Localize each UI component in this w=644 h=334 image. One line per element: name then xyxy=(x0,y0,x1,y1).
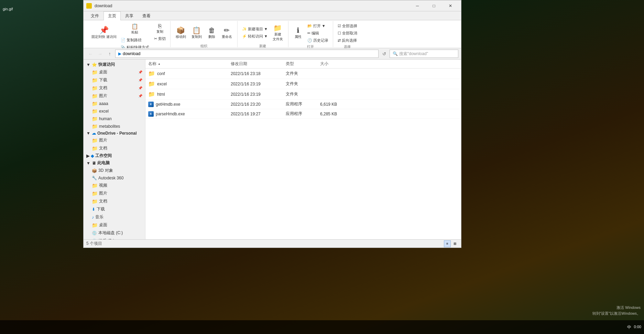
pin-quick-access-button[interactable]: 📌 固定到快 速访问 xyxy=(89,22,119,43)
sidebar-item-3d[interactable]: 📦 3D 对象 xyxy=(84,167,145,175)
tab-view[interactable]: 查看 xyxy=(138,11,155,20)
forward-button[interactable]: → xyxy=(96,50,104,58)
up-button[interactable]: ↑ xyxy=(106,50,114,58)
workspace-header[interactable]: ▶ ◆ 工作空间 xyxy=(84,152,145,159)
search-box[interactable]: 🔍 搜索"download" xyxy=(390,50,458,58)
file-row-excel[interactable]: 📁 excel 2022/1/16 23:19 文件夹 xyxy=(145,79,461,89)
sidebar-item-pc-desktop[interactable]: 📁 桌面 xyxy=(84,221,145,229)
copy-to-button[interactable]: 📋 复制到 xyxy=(189,22,204,43)
delete-button[interactable]: 🗑 删除 xyxy=(205,22,219,43)
file-row-html[interactable]: 📁 html 2022/1/16 23:19 文件夹 xyxy=(145,89,461,100)
sidebar-item-pc-downloads[interactable]: ⬇ 下载 xyxy=(84,205,145,213)
quick-access-header[interactable]: ▼ ⭐ 快速访问 xyxy=(84,61,145,68)
edit-icon: ✏ xyxy=(307,31,310,35)
select-all-button[interactable]: ☑ 全部选择 xyxy=(336,22,359,29)
sidebar-item-music[interactable]: ♪ 音乐 xyxy=(84,213,145,221)
pictures-folder-icon: 📁 xyxy=(92,93,98,99)
back-button[interactable]: ← xyxy=(86,50,95,58)
sidebar: ▼ ⭐ 快速访问 📁 桌面 📌 📁 下载 📌 📁 文档 📌 📁 图 xyxy=(84,60,145,239)
paste-button[interactable]: 📋 粘贴 xyxy=(119,22,151,36)
gif-label: gin.gif xyxy=(3,7,13,11)
invert-icon: ⇄ xyxy=(338,38,341,43)
history-button[interactable]: 🕐 历史记录 xyxy=(306,37,330,44)
main-area: ▼ ⭐ 快速访问 📁 桌面 📌 📁 下载 📌 📁 文档 📌 📁 图 xyxy=(84,60,461,239)
select-none-icon: ☐ xyxy=(338,31,341,35)
drive-d-icon: 💿 xyxy=(92,239,97,240)
sidebar-item-od-pictures[interactable]: 📁 图片 xyxy=(84,136,145,144)
file-row-conf[interactable]: 📁 conf 2022/1/16 23:18 文件夹 xyxy=(145,69,461,79)
open-buttons: ℹ 属性 📂 打开 ▼ ✏ 编辑 🕐 xyxy=(291,22,330,44)
rename-icon: ✏ xyxy=(224,26,230,34)
copy-path-button[interactable]: 📄 复制路径 xyxy=(119,36,151,43)
edit-button[interactable]: ✏ 编辑 xyxy=(306,30,330,36)
downloads-folder-icon: 📁 xyxy=(92,77,98,83)
ribbon-group-new: ✨ 新建项目 ▼ ⚡ 轻松访问 ▼ 📁 新建文件夹 新建 xyxy=(238,21,288,47)
open-button[interactable]: 📂 打开 ▼ xyxy=(306,22,330,29)
properties-button[interactable]: ℹ 属性 xyxy=(291,22,305,43)
paste-icon: 📋 xyxy=(131,24,138,29)
new-item-icon: ✨ xyxy=(242,27,247,31)
new-folder-button[interactable]: 📁 新建文件夹 xyxy=(270,22,285,43)
copy-to-icon: 📋 xyxy=(192,26,201,34)
thispc-icon: 🖥 xyxy=(92,161,96,166)
close-button[interactable]: ✕ xyxy=(443,1,458,11)
rename-button[interactable]: ✏ 重命名 xyxy=(219,22,234,43)
invert-select-button[interactable]: ⇄ 反向选择 xyxy=(336,37,359,44)
pin-icon-pictures: 📌 xyxy=(138,94,142,98)
col-header-date[interactable]: 修改日期 xyxy=(228,60,283,68)
onedrive-expand-icon: ▼ xyxy=(86,131,90,136)
sidebar-item-videos[interactable]: 📁 视频 xyxy=(84,181,145,189)
tab-home[interactable]: 主页 xyxy=(103,11,121,20)
file-date-conf: 2022/1/16 23:18 xyxy=(228,71,283,77)
sidebar-item-excel[interactable]: 📁 excel xyxy=(84,107,145,115)
tab-share[interactable]: 共享 xyxy=(121,11,138,20)
sidebar-item-desktop[interactable]: 📁 桌面 📌 xyxy=(84,68,145,76)
sidebar-item-docs[interactable]: 📁 文档 📌 xyxy=(84,84,145,92)
tab-file[interactable]: 文件 xyxy=(86,11,103,20)
copy-button[interactable]: ⎘ 复制 xyxy=(152,22,167,35)
sidebar-item-aaaa[interactable]: 📁 aaaa xyxy=(84,100,145,107)
taskbar: 中 0:00 xyxy=(0,320,644,334)
sidebar-item-drive-d[interactable]: 💿 娱乐 (D:) xyxy=(84,237,145,239)
minimize-button[interactable]: ─ xyxy=(410,1,425,11)
tile-view-button[interactable]: ⊞ xyxy=(451,240,458,247)
thispc-header[interactable]: ▼ 🖥 此电脑 xyxy=(84,159,145,167)
file-row-gethmdb[interactable]: E getHmdb.exe 2022/1/16 23:20 应用程序 6,619… xyxy=(145,100,461,109)
sidebar-item-autodesk[interactable]: 🔧 Autodesk 360 xyxy=(84,175,145,181)
address-input[interactable]: ▶ download xyxy=(115,50,379,58)
new-folder-icon: 📁 xyxy=(273,24,282,32)
move-to-button[interactable]: 📦 移动到 xyxy=(173,22,188,43)
maximize-button[interactable]: □ xyxy=(426,1,442,11)
sidebar-item-metabolites[interactable]: 📁 metabolites xyxy=(84,123,145,130)
human-folder-icon: 📁 xyxy=(92,116,98,122)
detail-view-button[interactable]: ≡ xyxy=(444,240,451,247)
sidebar-item-downloads[interactable]: 📁 下载 📌 xyxy=(84,76,145,84)
sidebar-item-pc-pictures[interactable]: 📁 图片 xyxy=(84,189,145,197)
easy-access-button[interactable]: ⚡ 轻松访问 ▼ xyxy=(240,33,270,40)
search-icon: 🔍 xyxy=(393,51,398,56)
select-none-button[interactable]: ☐ 全部取消 xyxy=(336,30,359,36)
col-header-name[interactable]: 名称 ▲ xyxy=(145,60,228,68)
col-header-type[interactable]: 类型 xyxy=(283,60,317,68)
new-item-button[interactable]: ✨ 新建项目 ▼ xyxy=(240,26,270,33)
thispc-label: 此电脑 xyxy=(97,160,110,166)
file-list-body: 📁 conf 2022/1/16 23:18 文件夹 📁 excel 2022/… xyxy=(145,69,461,239)
file-size-gethmdb: 6,619 KB xyxy=(317,101,352,107)
sidebar-item-pc-docs[interactable]: 📁 文档 xyxy=(84,197,145,205)
sidebar-item-od-docs[interactable]: 📁 文档 xyxy=(84,144,145,152)
onedrive-header[interactable]: ▼ ☁ OneDrive - Personal xyxy=(84,130,145,136)
quick-access-expand-icon: ▼ xyxy=(86,62,90,67)
sidebar-item-human[interactable]: 📁 human xyxy=(84,115,145,123)
ribbon-group-organize: 📦 移动到 📋 复制到 🗑 删除 ✏ 重命名 xyxy=(171,21,238,47)
file-row-parsehmdb[interactable]: E parseHmdb.exe 2022/1/16 19:27 应用程序 6,2… xyxy=(145,109,461,119)
docs-folder-icon: 📁 xyxy=(92,85,98,91)
organize-label: 组织 xyxy=(200,43,207,49)
refresh-button[interactable]: ↺ xyxy=(380,50,388,58)
sidebar-item-pictures[interactable]: 📁 图片 📌 xyxy=(84,92,145,100)
cut-button[interactable]: ✂ 剪切 xyxy=(152,35,167,42)
folder-icon-conf: 📁 xyxy=(148,70,155,77)
properties-icon: ℹ xyxy=(297,26,299,34)
col-header-size[interactable]: 大小 xyxy=(317,60,352,68)
onedrive-icon: ☁ xyxy=(92,131,96,136)
sidebar-item-drive-c[interactable]: 💿 本地磁盘 (C:) xyxy=(84,229,145,237)
